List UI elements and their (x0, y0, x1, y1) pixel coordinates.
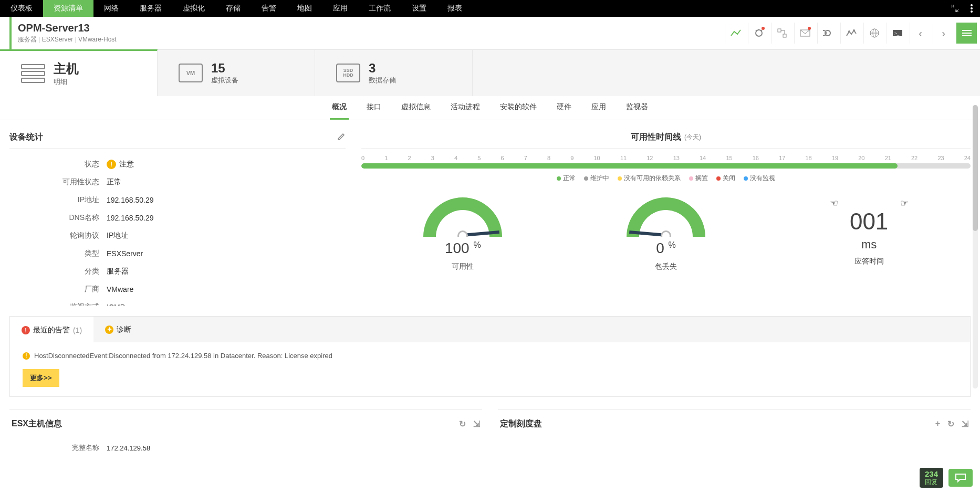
stats-key: 类型 (11, 245, 102, 262)
graph-icon[interactable] (840, 23, 861, 44)
nav-item-11[interactable]: 报表 (437, 0, 473, 17)
breadcrumb-2[interactable]: VMware-Host (75, 36, 117, 43)
subtab-1[interactable]: 接口 (364, 96, 383, 120)
device-stats-title: 设备统计 (9, 132, 43, 143)
refresh-icon[interactable]: ↻ (947, 419, 954, 429)
alarm-tab-label: 最近的告警 (33, 326, 70, 335)
gauge-caption: 包丢失 (655, 262, 677, 271)
reply-counter[interactable]: 234 回复 (920, 468, 943, 488)
stats-key: IP地址 (11, 192, 102, 208)
nav-item-8[interactable]: 应用 (322, 0, 358, 17)
gauge-needle (463, 230, 499, 237)
subtab-4[interactable]: 安装的软件 (498, 96, 539, 120)
chart-icon[interactable] (725, 23, 746, 44)
stats-val: !注意 (103, 156, 341, 173)
server-icon (21, 64, 45, 83)
card-title: 3 (369, 61, 396, 76)
nav-item-4[interactable]: 虚拟化 (172, 0, 215, 17)
nav-item-1[interactable]: 资源清单 (43, 0, 93, 17)
gauges: 100 %可用性0 %包丢失☜☞001ms应答时间 (361, 197, 971, 271)
expand-icon[interactable]: ⇲ (473, 419, 480, 429)
card-sub: 明细 (54, 77, 79, 87)
expand-icon[interactable]: ⇲ (962, 419, 968, 429)
stats-row: 监视方式ICMP (11, 299, 341, 306)
custom-dial-panel: 定制刻度盘 + ↻ ⇲ (498, 410, 971, 458)
next-icon[interactable]: › (933, 23, 954, 44)
subtab-6[interactable]: 应用 (589, 96, 608, 120)
reply-label: 回复 (925, 478, 937, 486)
chat-widget: 234 回复 (920, 468, 973, 488)
legend-item: 正常 (557, 174, 576, 183)
subtab-5[interactable]: 硬件 (555, 96, 574, 120)
alarm-message: ! HostDisconnectedEvent:Disconnected fro… (23, 352, 957, 360)
warn-icon: ! (107, 160, 116, 169)
alarm-tab-0[interactable]: !最近的告警(1) (10, 317, 93, 342)
refresh-icon[interactable]: ↻ (459, 419, 466, 429)
subtab-7[interactable]: 监视器 (624, 96, 650, 120)
gauge-1: 0 %包丢失 (627, 197, 705, 271)
menu-icon[interactable] (956, 23, 977, 44)
globe-icon[interactable] (863, 23, 884, 44)
breadcrumb-1[interactable]: ESXServer (38, 36, 73, 43)
add-icon[interactable]: + (935, 419, 940, 429)
esx-row-val: 172.24.129.58 (103, 439, 153, 457)
subtab-3[interactable]: 活动进程 (449, 96, 482, 120)
legend-item: 维护中 (584, 174, 609, 183)
gauge-value: 100 % (445, 240, 481, 257)
nav-item-7[interactable]: 地图 (287, 0, 322, 17)
custom-dial-title: 定制刻度盘 (500, 418, 542, 429)
esx-info-title: ESX主机信息 (12, 418, 62, 429)
svg-point-13 (853, 29, 855, 32)
stats-val: ICMP (103, 299, 341, 306)
gauge-unit: ms (861, 238, 877, 251)
nav-item-9[interactable]: 工作流 (358, 0, 401, 17)
alarm-tab-1[interactable]: ✦诊断 (93, 317, 143, 342)
svg-point-2 (971, 11, 973, 13)
scrollbar[interactable] (973, 105, 978, 389)
topology-icon[interactable] (771, 23, 792, 44)
stats-key: 监视方式 (11, 299, 102, 306)
alarm-icon[interactable] (748, 23, 769, 44)
nav-item-10[interactable]: 设置 (401, 0, 437, 17)
collapse-icon[interactable] (946, 0, 963, 17)
card-title: 15 (211, 61, 238, 76)
subtab-0[interactable]: 概况 (330, 96, 349, 120)
prev-icon[interactable]: ‹ (910, 23, 931, 44)
legend-item: 搁置 (689, 174, 708, 183)
link-icon[interactable] (817, 23, 838, 44)
svg-point-1 (971, 7, 973, 9)
alarm-tab-count: (1) (73, 326, 82, 334)
availability-panel: 可用性时间线 (今天) 0123456789101112131415161718… (361, 127, 971, 306)
gauge-value: 0 % (656, 240, 676, 257)
stats-key: 分类 (11, 263, 102, 280)
kebab-icon[interactable] (963, 0, 980, 17)
nav-item-6[interactable]: 告警 (251, 0, 287, 17)
scrollbar-thumb[interactable] (973, 105, 978, 231)
mail-icon[interactable] (794, 23, 815, 44)
more-button[interactable]: 更多>> (23, 369, 59, 387)
terminal-icon[interactable]: >_ (887, 23, 908, 44)
nav-item-0[interactable]: 仪表板 (0, 0, 43, 17)
stats-row: IP地址192.168.50.29 (11, 192, 341, 208)
page-header: OPM-Server13 服务器 ESXServer VMware-Host >… (0, 17, 980, 50)
top-nav: 仪表板资源清单网络服务器虚拟化存储告警地图应用工作流设置报表 (0, 0, 980, 17)
summary-card-1[interactable]: VM15虚拟设备 (158, 50, 315, 96)
nav-item-2[interactable]: 网络 (93, 0, 129, 17)
breadcrumb-0[interactable]: 服务器 (18, 36, 37, 43)
nav-item-3[interactable]: 服务器 (129, 0, 172, 17)
summary-card-0[interactable]: 主机明细 (0, 49, 158, 96)
warn-icon: ! (23, 352, 30, 360)
reply-count: 234 (925, 470, 938, 479)
stats-row: DNS名称192.168.50.29 (11, 209, 341, 226)
alert-icon: ! (22, 326, 30, 334)
subtab-2[interactable]: 虚拟信息 (399, 96, 433, 120)
stats-val: ESXServer (103, 245, 341, 262)
chat-button[interactable] (948, 469, 973, 487)
svg-line-6 (761, 30, 762, 31)
nav-item-5[interactable]: 存储 (215, 0, 251, 17)
edit-icon[interactable] (337, 132, 346, 143)
summary-card-2[interactable]: SSDHDD3数据存储 (315, 50, 473, 96)
esx-table: 完整名称 172.24.129.58 (9, 438, 154, 458)
summary-cards: 主机明细VM15虚拟设备SSDHDD3数据存储 (0, 50, 980, 96)
stats-val: 服务器 (103, 263, 341, 280)
